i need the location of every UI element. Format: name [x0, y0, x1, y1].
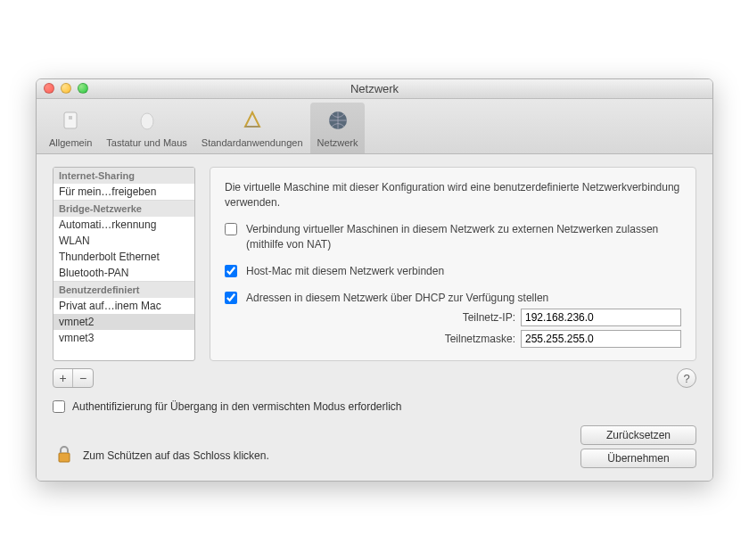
host-connect-checkbox[interactable]: [225, 265, 237, 277]
sidebar-header: Bridge-Netzwerke: [54, 200, 194, 217]
tab-label: Standardanwendungen: [202, 137, 303, 148]
apply-button[interactable]: Übernehmen: [580, 449, 696, 468]
detail-description: Die virtuelle Maschine mit dieser Konfig…: [225, 180, 681, 210]
tab-network[interactable]: Netzwerk: [310, 103, 366, 153]
dhcp-label: Adressen in diesem Netzwerk über DHCP zu…: [246, 291, 548, 305]
switch-icon: [56, 106, 85, 135]
tab-default-apps[interactable]: Standardanwendungen: [194, 103, 310, 153]
window-title: Netzwerk: [37, 82, 712, 95]
sidebar-item-sharing[interactable]: Für mein…freigeben: [54, 184, 194, 200]
dhcp-checkbox[interactable]: [225, 292, 237, 304]
titlebar: Netzwerk: [37, 79, 712, 99]
svg-rect-4: [59, 453, 70, 462]
preferences-window: Netzwerk Allgemein Tastatur und Maus Sta…: [36, 78, 713, 482]
svg-rect-1: [69, 116, 72, 119]
auth-checkbox[interactable]: [53, 400, 65, 413]
sidebar-item-vmnet3[interactable]: vmnet3: [54, 330, 194, 346]
host-connect-label: Host-Mac mit diesem Netzwerk verbinden: [246, 264, 444, 278]
svg-rect-0: [64, 112, 77, 128]
remove-button[interactable]: −: [73, 369, 93, 387]
auth-label: Authentifizierung für Übergang in den ve…: [72, 400, 402, 413]
nat-checkbox[interactable]: [225, 223, 237, 235]
help-button[interactable]: ?: [677, 368, 696, 388]
tab-general[interactable]: Allgemein: [42, 103, 99, 153]
sidebar-item-vmnet2[interactable]: vmnet2: [54, 314, 194, 330]
subnet-ip-input[interactable]: [521, 309, 681, 326]
sidebar-header: Internet-Sharing: [54, 168, 194, 184]
minimize-icon[interactable]: [61, 83, 71, 94]
toolbar: Allgemein Tastatur und Maus Standardanwe…: [37, 99, 712, 154]
lock-text: Zum Schützen auf das Schloss klicken.: [83, 449, 269, 462]
zoom-icon[interactable]: [78, 83, 88, 94]
tab-keyboard-mouse[interactable]: Tastatur und Maus: [99, 103, 194, 153]
add-remove-control: + −: [53, 368, 94, 388]
network-list: Internet-Sharing Für mein…freigeben Brid…: [53, 167, 195, 361]
tab-label: Allgemein: [49, 137, 92, 148]
sidebar-item-thunderbolt[interactable]: Thunderbolt Ethernet: [54, 249, 194, 265]
subnet-mask-input[interactable]: [521, 330, 681, 348]
mouse-icon: [133, 106, 161, 135]
nat-label: Verbindung virtueller Maschinen in diese…: [246, 222, 681, 251]
close-icon[interactable]: [44, 83, 54, 94]
apps-icon: [238, 106, 267, 135]
sidebar-item-bluetooth[interactable]: Bluetooth-PAN: [54, 265, 194, 281]
content-area: Internet-Sharing Für mein…freigeben Brid…: [37, 154, 712, 481]
sidebar-item-autodetect[interactable]: Automati…rkennung: [54, 217, 194, 233]
detail-panel: Die virtuelle Maschine mit dieser Konfig…: [210, 167, 696, 361]
sidebar-item-wlan[interactable]: WLAN: [54, 233, 194, 249]
svg-point-2: [141, 113, 153, 129]
tab-label: Tastatur und Maus: [106, 137, 187, 148]
traffic-lights: [37, 83, 88, 94]
lock-icon[interactable]: [53, 442, 76, 468]
subnet-ip-label: Teilnetz-IP:: [463, 311, 515, 324]
sidebar-item-private[interactable]: Privat auf…inem Mac: [54, 298, 194, 314]
add-button[interactable]: +: [54, 369, 73, 387]
subnet-mask-label: Teilnetzmaske:: [445, 333, 515, 345]
network-icon: [324, 106, 352, 135]
reset-button[interactable]: Zurücksetzen: [580, 425, 696, 445]
sidebar-header: Benutzerdefiniert: [54, 281, 194, 298]
tab-label: Netzwerk: [317, 137, 358, 148]
